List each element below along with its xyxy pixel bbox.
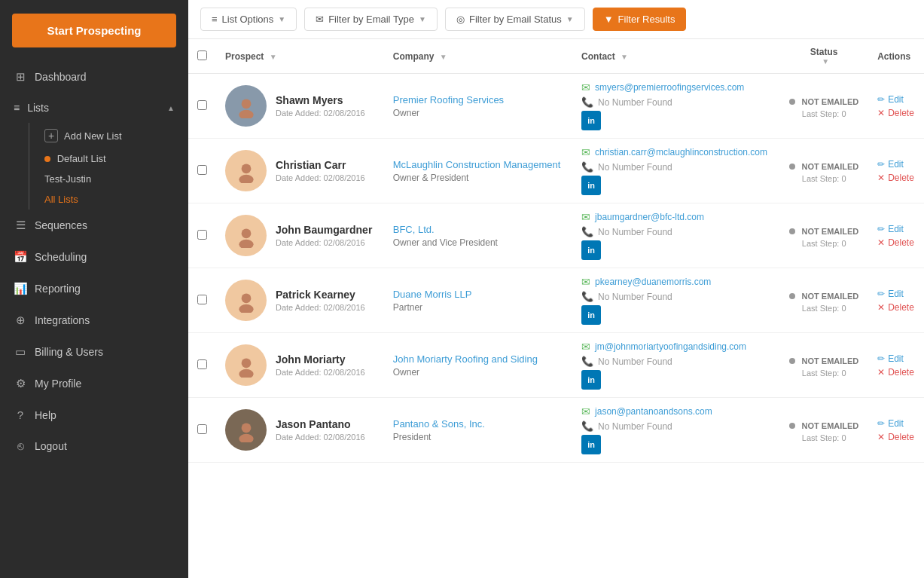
sidebar-item-billing[interactable]: ▭ Billing & Users bbox=[0, 336, 188, 368]
edit-button[interactable]: ✏ Edit bbox=[877, 418, 904, 429]
contact-cell: ✉ smyers@premierroofingservices.com 📞 No… bbox=[572, 74, 779, 139]
company-cell: BFC, Ltd. Owner and Vice President bbox=[384, 203, 572, 268]
row-checkbox[interactable] bbox=[197, 424, 207, 434]
avatar bbox=[225, 150, 267, 191]
company-name[interactable]: John Moriarty Roofing and Siding bbox=[393, 353, 563, 365]
sidebar-item-label: Dashboard bbox=[35, 71, 87, 83]
sidebar-item-lists[interactable]: ≡ Lists ▲ bbox=[0, 93, 188, 123]
phone-icon: 📞 bbox=[581, 356, 593, 367]
edit-button[interactable]: ✏ Edit bbox=[877, 353, 904, 364]
linkedin-button[interactable]: in bbox=[581, 240, 601, 260]
svg-point-5 bbox=[239, 239, 253, 247]
delete-button[interactable]: ✕ Delete bbox=[877, 367, 914, 378]
edit-button[interactable]: ✏ Edit bbox=[877, 224, 904, 234]
contact-sort-icon[interactable]: ▼ bbox=[621, 53, 628, 61]
prospect-info: John Moriarty Date Added: 02/08/2016 bbox=[225, 344, 375, 386]
company-name[interactable]: McLaughlin Construction Management bbox=[393, 159, 563, 170]
edit-icon: ✏ bbox=[877, 353, 885, 364]
add-new-list-button[interactable]: + Add New List bbox=[37, 123, 188, 148]
status-dot bbox=[789, 164, 795, 170]
edit-icon: ✏ bbox=[877, 159, 885, 170]
delete-button[interactable]: ✕ Delete bbox=[877, 173, 914, 183]
avatar bbox=[225, 280, 267, 321]
contact-email[interactable]: jbaumgardner@bfc-ltd.com bbox=[595, 212, 704, 222]
edit-button[interactable]: ✏ Edit bbox=[877, 289, 904, 299]
linkedin-button[interactable]: in bbox=[581, 435, 601, 454]
sidebar-item-all-lists[interactable]: All Lists bbox=[37, 189, 188, 209]
svg-point-8 bbox=[241, 358, 251, 368]
contact-email[interactable]: pkearney@duanemorris.com bbox=[595, 277, 711, 287]
row-checkbox[interactable] bbox=[197, 100, 207, 110]
company-name[interactable]: Duane Morris LLP bbox=[393, 289, 563, 300]
test-list-label: Test-Justin bbox=[44, 173, 91, 185]
status-dot bbox=[789, 228, 795, 234]
filter-email-type-button[interactable]: ✉ Filter by Email Type ▼ bbox=[304, 8, 438, 31]
contact-email[interactable]: christian.carr@mclaughlinconstruction.co… bbox=[595, 147, 767, 157]
linkedin-button[interactable]: in bbox=[581, 176, 601, 195]
phone-icon: 📞 bbox=[581, 161, 593, 173]
sidebar-item-scheduling[interactable]: 📅 Scheduling bbox=[0, 241, 188, 273]
sidebar-item-reporting[interactable]: 📊 Reporting bbox=[0, 273, 188, 304]
company-header: Company ▼ bbox=[384, 39, 572, 74]
prospect-sort-icon[interactable]: ▼ bbox=[270, 53, 277, 61]
company-cell: Pantano & Sons, Inc. President bbox=[384, 398, 572, 463]
status-sort-icon[interactable]: ▼ bbox=[822, 57, 829, 66]
contact-cell: ✉ jbaumgardner@bfc-ltd.com 📞 No Number F… bbox=[572, 203, 779, 268]
row-checkbox-cell bbox=[188, 398, 216, 463]
prospect-name: Christian Carr bbox=[276, 159, 365, 171]
linkedin-button[interactable]: in bbox=[581, 370, 601, 390]
linkedin-button[interactable]: in bbox=[581, 305, 601, 325]
status-label: NOT EMAILED bbox=[802, 421, 859, 430]
company-name[interactable]: Pantano & Sons, Inc. bbox=[393, 418, 563, 430]
company-cell: Duane Morris LLP Partner bbox=[384, 268, 572, 333]
row-checkbox[interactable] bbox=[197, 359, 207, 369]
company-sort-icon[interactable]: ▼ bbox=[440, 53, 447, 61]
row-checkbox[interactable] bbox=[197, 295, 207, 304]
company-name[interactable]: Premier Roofing Services bbox=[393, 94, 563, 106]
contact-cell: ✉ jm@johnmoriartyoofingandsiding.com 📞 N… bbox=[572, 333, 779, 398]
prospect-info: Patrick Kearney Date Added: 02/08/2016 bbox=[225, 280, 375, 321]
sidebar-item-sequences[interactable]: ☰ Sequences bbox=[0, 209, 188, 241]
delete-button[interactable]: ✕ Delete bbox=[877, 108, 914, 118]
sidebar-item-test-list[interactable]: Test-Justin bbox=[37, 169, 188, 189]
sidebar-item-default-list[interactable]: Default List bbox=[37, 148, 188, 169]
sidebar-item-label: Scheduling bbox=[35, 251, 87, 263]
phone-icon: 📞 bbox=[581, 421, 593, 432]
contact-email[interactable]: jm@johnmoriartyoofingandsiding.com bbox=[595, 341, 746, 352]
lists-tree: + Add New List Default List Test-Justin … bbox=[0, 123, 188, 209]
lists-label: Lists bbox=[27, 102, 49, 114]
contact-email[interactable]: smyers@premierroofingservices.com bbox=[595, 82, 744, 93]
email-icon: ✉ bbox=[581, 211, 590, 223]
sidebar-item-dashboard[interactable]: ⊞ Dashboard bbox=[0, 61, 188, 93]
start-prospecting-button[interactable]: Start Prospecting bbox=[12, 14, 176, 47]
email-filter-icon: ✉ bbox=[316, 14, 324, 25]
company-name[interactable]: BFC, Ltd. bbox=[393, 224, 563, 235]
list-options-button[interactable]: ≡ List Options ▼ bbox=[200, 8, 297, 31]
sidebar-item-integrations[interactable]: ⊕ Integrations bbox=[0, 304, 188, 336]
delete-button[interactable]: ✕ Delete bbox=[877, 432, 914, 442]
delete-icon: ✕ bbox=[877, 237, 885, 248]
filter-results-button[interactable]: ▼ Filter Results bbox=[593, 8, 687, 31]
contact-email[interactable]: jason@pantanoandsons.com bbox=[595, 406, 712, 417]
sidebar-item-my-profile[interactable]: ⚙ My Profile bbox=[0, 368, 188, 399]
plus-icon: + bbox=[44, 129, 58, 142]
delete-button[interactable]: ✕ Delete bbox=[877, 302, 914, 313]
svg-point-10 bbox=[241, 423, 251, 433]
delete-icon: ✕ bbox=[877, 302, 885, 313]
edit-button[interactable]: ✏ Edit bbox=[877, 94, 904, 105]
phone-row: 📞 No Number Found bbox=[581, 226, 770, 237]
row-checkbox[interactable] bbox=[197, 165, 207, 175]
email-row: ✉ jbaumgardner@bfc-ltd.com bbox=[581, 211, 770, 223]
lists-section: ≡ Lists ▲ + Add New List Default List bbox=[0, 93, 188, 209]
edit-button[interactable]: ✏ Edit bbox=[877, 159, 904, 170]
sidebar-item-help[interactable]: ? Help bbox=[0, 399, 188, 430]
delete-button[interactable]: ✕ Delete bbox=[877, 237, 914, 248]
svg-point-2 bbox=[241, 164, 251, 173]
sidebar-item-logout[interactable]: ⎋ Logout bbox=[0, 430, 188, 461]
select-all-checkbox[interactable] bbox=[197, 50, 207, 60]
linkedin-button[interactable]: in bbox=[581, 111, 601, 130]
status-badge: NOT EMAILED bbox=[788, 353, 859, 367]
row-checkbox[interactable] bbox=[197, 230, 207, 240]
filter-email-status-button[interactable]: ◎ Filter by Email Status ▼ bbox=[445, 8, 585, 31]
default-list-label: Default List bbox=[57, 153, 106, 164]
